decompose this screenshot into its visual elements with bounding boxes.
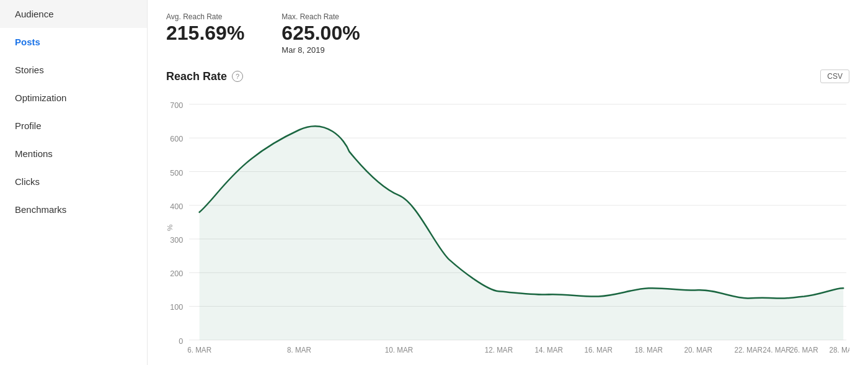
max-reach-rate-label: Max. Reach Rate xyxy=(281,12,360,21)
sidebar-item-posts[interactable]: Posts xyxy=(0,28,147,56)
csv-button[interactable]: CSV xyxy=(820,70,849,83)
svg-text:100: 100 xyxy=(170,302,183,312)
svg-text:0: 0 xyxy=(179,336,183,346)
max-reach-rate-block: Max. Reach Rate 625.00% Mar 8, 2019 xyxy=(281,12,360,55)
avg-reach-rate-label: Avg. Reach Rate xyxy=(166,12,244,21)
svg-text:12. MAR: 12. MAR xyxy=(485,346,513,354)
sidebar-item-profile[interactable]: Profile xyxy=(0,112,147,140)
main-content: Avg. Reach Rate 215.69% Max. Reach Rate … xyxy=(148,0,868,365)
chart-title: Reach Rate xyxy=(166,70,227,83)
svg-text:300: 300 xyxy=(170,235,183,245)
sidebar-item-optimization[interactable]: Optimization xyxy=(0,84,147,112)
sidebar-item-clicks[interactable]: Clicks xyxy=(0,168,147,196)
reach-rate-chart: 700 600 500 400 300 200 100 0 % xyxy=(166,91,849,359)
sidebar: Audience Posts Stories Optimization Prof… xyxy=(0,0,148,365)
svg-text:14. MAR: 14. MAR xyxy=(535,346,564,354)
svg-text:28. MAR: 28. MAR xyxy=(830,346,849,354)
svg-text:6. MAR: 6. MAR xyxy=(187,346,211,354)
svg-text:200: 200 xyxy=(170,269,183,278)
svg-text:8. MAR: 8. MAR xyxy=(287,346,311,354)
sidebar-item-audience[interactable]: Audience xyxy=(0,0,147,28)
svg-text:24. MAR: 24. MAR xyxy=(763,346,791,354)
help-icon[interactable]: ? xyxy=(232,71,243,82)
svg-text:700: 700 xyxy=(170,101,183,110)
sidebar-item-mentions[interactable]: Mentions xyxy=(0,140,147,168)
svg-text:18. MAR: 18. MAR xyxy=(634,346,663,354)
avg-reach-rate-block: Avg. Reach Rate 215.69% xyxy=(166,12,244,55)
chart-title-row: Reach Rate ? xyxy=(166,70,243,83)
sidebar-item-benchmarks[interactable]: Benchmarks xyxy=(0,196,147,223)
svg-text:20. MAR: 20. MAR xyxy=(684,346,712,354)
svg-text:400: 400 xyxy=(170,202,183,211)
avg-reach-rate-value: 215.69% xyxy=(166,22,244,44)
max-reach-rate-value: 625.00% xyxy=(281,22,360,44)
svg-text:500: 500 xyxy=(170,168,183,178)
stats-row: Avg. Reach Rate 215.69% Max. Reach Rate … xyxy=(166,12,849,55)
chart-container: 700 600 500 400 300 200 100 0 % xyxy=(166,91,849,359)
svg-text:600: 600 xyxy=(170,134,183,143)
svg-text:16. MAR: 16. MAR xyxy=(585,346,613,354)
svg-text:10. MAR: 10. MAR xyxy=(385,346,414,354)
sidebar-item-stories[interactable]: Stories xyxy=(0,56,147,84)
chart-section: Reach Rate ? CSV 700 600 500 400 300 200… xyxy=(166,70,849,359)
max-reach-rate-date: Mar 8, 2019 xyxy=(281,45,360,55)
svg-text:%: % xyxy=(166,224,174,231)
chart-header: Reach Rate ? CSV xyxy=(166,70,849,83)
svg-text:22. MAR: 22. MAR xyxy=(734,346,763,354)
svg-text:26. MAR: 26. MAR xyxy=(790,346,818,354)
